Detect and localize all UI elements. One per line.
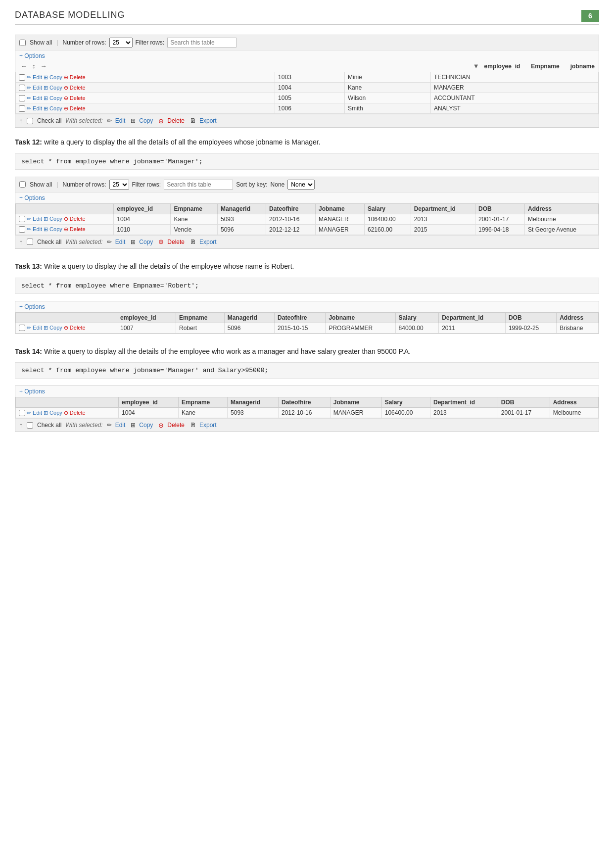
row-checkbox[interactable]: [19, 325, 25, 331]
nav-sort-btn[interactable]: ↕: [31, 62, 37, 70]
t12-sort-select[interactable]: None: [287, 180, 315, 190]
nav-left-btn[interactable]: ←: [19, 62, 29, 70]
col-header: Department_id: [430, 397, 498, 408]
options-toggle[interactable]: + Options: [15, 50, 599, 61]
row-actions-cell: ✏ Edit ⊞ Copy ⊖ Delete: [16, 323, 117, 333]
check-all-checkbox[interactable]: [27, 118, 33, 124]
edit-btn[interactable]: ✏ Edit: [27, 410, 42, 416]
edit-btn[interactable]: ✏ Edit: [27, 105, 42, 112]
footer-copy-btn[interactable]: Copy: [138, 117, 154, 124]
delete-btn[interactable]: ⊖ Delete: [64, 226, 86, 233]
col-header: DOB: [498, 397, 550, 408]
t14-options-toggle[interactable]: + Options: [15, 386, 599, 397]
search-input[interactable]: [167, 38, 236, 48]
row-checkbox[interactable]: [19, 226, 25, 233]
cell-employee-id: 1005: [275, 93, 345, 103]
nav-right-btn[interactable]: →: [39, 62, 48, 70]
delete-btn[interactable]: ⊖ Delete: [64, 74, 86, 81]
delete-btn[interactable]: ⊖ Delete: [64, 325, 86, 331]
copy-btn[interactable]: ⊞ Copy: [44, 216, 62, 222]
t14-copy-btn[interactable]: Copy: [138, 422, 154, 429]
show-all-checkbox[interactable]: [19, 40, 26, 46]
task13-section: Task 13: Write a query to display the al…: [15, 261, 599, 334]
num-rows-select[interactable]: 25 50 100: [109, 38, 133, 48]
col-header: employee_id: [114, 203, 171, 214]
pencil-icon-footer: ✏: [107, 117, 112, 124]
row-checkbox[interactable]: [19, 74, 25, 81]
table-row: ✏ Edit ⊞ Copy ⊖ Delete 1007Robert5096 20…: [16, 323, 599, 333]
row-checkbox[interactable]: [19, 216, 25, 222]
t12-delete-btn[interactable]: Delete: [166, 239, 186, 245]
copy-btn[interactable]: ⊞ Copy: [44, 74, 62, 81]
t13-options-toggle[interactable]: + Options: [15, 301, 599, 312]
footer-export-btn[interactable]: Export: [198, 117, 218, 124]
col-header: Managerid: [224, 312, 274, 323]
t14-delete-btn[interactable]: Delete: [166, 422, 186, 429]
copy-btn[interactable]: ⊞ Copy: [44, 95, 62, 101]
task13-data-table: employee_idEmpnameManageridDateofhireJob…: [15, 312, 599, 334]
copy-btn[interactable]: ⊞ Copy: [44, 226, 62, 233]
footer-edit-btn[interactable]: Edit: [114, 117, 127, 124]
row-checkbox[interactable]: [19, 105, 25, 112]
t12-num-rows-select[interactable]: 25: [109, 180, 129, 190]
col-header: Address: [525, 203, 599, 214]
col-header: Salary: [365, 203, 411, 214]
delete-btn[interactable]: ⊖ Delete: [64, 410, 86, 416]
table-row: ✏ Edit ⊞ Copy ⊖ Delete 1004Kane5093 2012…: [16, 408, 599, 418]
edit-btn[interactable]: ✏ Edit: [27, 226, 42, 233]
col-header: Salary: [381, 397, 430, 408]
t12-edit-btn[interactable]: Edit: [114, 239, 127, 245]
t12-check-all-cb[interactable]: [27, 239, 33, 245]
task12-code: select * from employee where jobname='Ma…: [15, 153, 599, 170]
edit-btn[interactable]: ✏ Edit: [27, 74, 42, 81]
copy-btn[interactable]: ⊞ Copy: [44, 325, 62, 331]
table-row: ✏ Edit ⊞ Copy ⊖ Delete 1004 Kane MANAGER: [16, 83, 599, 93]
task12-desc: Task 12: write a query to display the al…: [15, 137, 599, 148]
copy-btn[interactable]: ⊞ Copy: [44, 85, 62, 91]
th-actions: [16, 312, 117, 323]
task12-data-table: employee_idEmpnameManageridDateofhireJob…: [15, 203, 599, 235]
row-checkbox[interactable]: [19, 410, 25, 416]
footer-delete-btn[interactable]: Delete: [166, 117, 186, 124]
table-row: ✏ Edit ⊞ Copy ⊖ Delete 1006 Smith ANALYS…: [16, 103, 599, 114]
delete-btn[interactable]: ⊖ Delete: [64, 105, 86, 112]
t14-check-all-cb[interactable]: [27, 422, 33, 429]
t12-search-input[interactable]: [164, 180, 233, 190]
cell-empname: Wilson: [345, 93, 431, 103]
edit-btn[interactable]: ✏ Edit: [27, 216, 42, 222]
edit-btn[interactable]: ✏ Edit: [27, 325, 42, 331]
t12-options-toggle[interactable]: + Options: [15, 193, 599, 203]
delete-btn[interactable]: ⊖ Delete: [64, 216, 86, 222]
export-icon-footer: 🖹: [190, 117, 196, 124]
task13-desc: Task 13: Write a query to display the al…: [15, 261, 599, 273]
task12-toolbar: Show all | Number of rows: 25 Filter row…: [15, 177, 599, 193]
t12-copy-btn[interactable]: Copy: [138, 239, 154, 245]
t14-export-btn[interactable]: Export: [198, 422, 218, 429]
table1-nav: ← ↕ → ▼ employee_id Empname jobname: [15, 61, 599, 72]
col-header: Address: [557, 312, 599, 323]
row-actions-cell: ✏ Edit ⊞ Copy ⊖ Delete: [16, 214, 114, 224]
show-all-label: Show all: [30, 39, 52, 46]
copy-icon-footer: ⊞: [131, 117, 136, 124]
cell-empname: Minie: [345, 72, 431, 83]
task14-footer: ↑ Check all With selected: ✏ Edit ⊞ Copy…: [15, 418, 599, 432]
delete-btn[interactable]: ⊖ Delete: [64, 95, 86, 101]
cell-employee-id: 1006: [275, 103, 345, 114]
col-header: Managerid: [228, 397, 279, 408]
delete-btn[interactable]: ⊖ Delete: [64, 85, 86, 91]
edit-btn[interactable]: ✏ Edit: [27, 85, 42, 91]
col-header: Address: [550, 397, 598, 408]
t12-export-btn[interactable]: Export: [198, 239, 218, 245]
row-checkbox[interactable]: [19, 85, 25, 91]
copy-btn[interactable]: ⊞ Copy: [44, 105, 62, 112]
copy-btn[interactable]: ⊞ Copy: [44, 410, 62, 416]
edit-btn[interactable]: ✏ Edit: [27, 95, 42, 101]
t14-edit-btn[interactable]: Edit: [114, 422, 127, 429]
col-header: Department_id: [439, 312, 506, 323]
t12-show-all-cb[interactable]: [19, 181, 26, 188]
t12-pencil-icon: ✏: [107, 239, 112, 245]
row-checkbox[interactable]: [19, 95, 25, 101]
th-actions: [16, 203, 114, 214]
delete-icon-footer: ⊖: [158, 117, 164, 125]
col-header: Empname: [178, 397, 227, 408]
